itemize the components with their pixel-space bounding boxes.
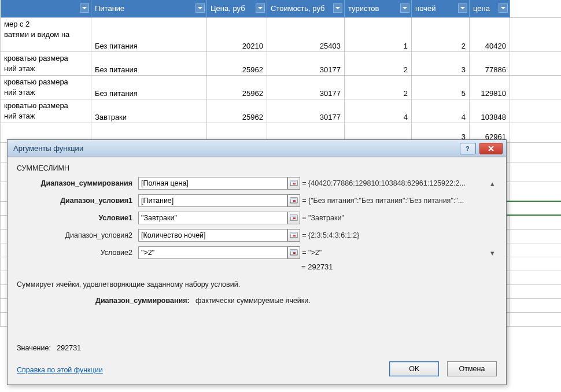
cell-desc[interactable]: кроватью размераний этаж — [1, 75, 91, 99]
cell-desc[interactable]: кроватью размераний этаж — [1, 99, 91, 123]
dialog-titlebar[interactable]: Аргументы функции ? — [8, 140, 506, 157]
table-row[interactable]: мер с 2ватями и видом на Без питания2021… — [1, 17, 562, 51]
filter-icon[interactable] — [195, 3, 205, 13]
cell-blank[interactable] — [510, 17, 562, 51]
cell-total[interactable]: 103848 — [470, 99, 510, 123]
arg-input[interactable] — [138, 212, 287, 224]
cell-cost[interactable]: 30177 — [267, 75, 345, 99]
cell-price[interactable]: 20210 — [207, 17, 267, 51]
cell-meal[interactable]: Без питания — [91, 51, 207, 75]
cell-total[interactable]: 40420 — [470, 17, 510, 51]
svg-rect-6 — [293, 200, 296, 202]
cell-nights[interactable]: 4 — [412, 99, 470, 123]
arg-preview: "Завтраки" — [308, 214, 488, 222]
col-label-4: туристов — [348, 4, 379, 13]
ok-button[interactable]: OK — [389, 361, 439, 376]
cancel-button[interactable]: Отмена — [447, 361, 497, 376]
svg-rect-14 — [290, 250, 297, 252]
filter-icon[interactable] — [80, 3, 89, 13]
arg-input[interactable] — [138, 194, 287, 207]
arg-preview: {"Без питания":"Без питания":"Без питани… — [308, 197, 488, 205]
col-label-5: ночей — [415, 4, 435, 13]
scroll-indicator[interactable]: ▴ — [488, 179, 497, 187]
cell-tourists[interactable]: 2 — [345, 75, 412, 99]
table-row[interactable]: кроватью размераний этажЗавтраки25962301… — [1, 99, 562, 123]
arg-preview: {2:3:5:4:3:6:1:2} — [308, 231, 488, 239]
function-arguments-dialog: Аргументы функции ? СУММЕСЛИМН Диапазон_… — [7, 139, 507, 385]
arg-input[interactable] — [138, 246, 287, 259]
svg-rect-2 — [290, 180, 297, 182]
cell-blank[interactable] — [510, 99, 562, 123]
range-picker-button[interactable] — [287, 229, 300, 242]
col-header-4[interactable]: туристов — [345, 0, 412, 17]
cell-tourists[interactable]: 4 — [345, 99, 412, 123]
arg-label: Диапазон_условия2 — [17, 231, 138, 239]
function-description: Суммирует ячейки, удовлетворяющие заданн… — [17, 280, 497, 289]
equals-sign: = — [300, 179, 308, 187]
svg-rect-5 — [290, 198, 297, 199]
cell-meal[interactable]: Завтраки — [91, 99, 207, 123]
col-label-3: Стоимость, руб — [271, 4, 324, 13]
arg-label: Условие1 — [17, 214, 138, 222]
cell-tourists[interactable]: 1 — [345, 17, 412, 51]
equals-sign: = — [300, 197, 308, 205]
filter-icon[interactable] — [256, 3, 265, 13]
range-picker-button[interactable] — [287, 177, 300, 190]
inline-result: = 292731 — [301, 262, 497, 271]
cell-meal[interactable]: Без питания — [91, 75, 207, 99]
col-header-2[interactable]: Цена, руб — [207, 0, 267, 17]
range-picker-button[interactable] — [287, 246, 300, 259]
cell-cost[interactable]: 30177 — [267, 99, 345, 123]
col-header-3[interactable]: Стоимость, руб — [267, 0, 345, 17]
table-row[interactable]: кроватью размераний этажБез питания25962… — [1, 75, 562, 99]
range-picker-button[interactable] — [287, 212, 300, 224]
cell-desc[interactable]: мер с 2ватями и видом на — [1, 17, 91, 51]
cell-price[interactable]: 25962 — [207, 99, 267, 123]
cell-nights[interactable]: 3 — [412, 51, 470, 75]
filter-icon[interactable] — [499, 3, 508, 13]
arg-preview: {40420:77886:129810:103848:62961:125922:… — [308, 179, 488, 187]
col-header-1[interactable]: Питание — [91, 0, 207, 17]
close-button[interactable] — [479, 143, 503, 154]
filter-icon[interactable] — [458, 3, 467, 13]
cell-total[interactable]: 129810 — [470, 75, 510, 99]
cell-blank[interactable] — [510, 75, 562, 99]
cell-desc[interactable]: кроватью размераний этаж — [1, 51, 91, 75]
svg-rect-12 — [293, 235, 296, 236]
dialog-title: Аргументы функции — [13, 144, 83, 153]
arg-input[interactable] — [138, 177, 287, 190]
svg-rect-9 — [293, 217, 296, 219]
filter-icon[interactable] — [333, 3, 342, 13]
cell-price[interactable]: 25962 — [207, 51, 267, 75]
cell-meal[interactable]: Без питания — [91, 17, 207, 51]
header-row: Питание Цена, руб Стоимость, руб туристо… — [1, 0, 562, 17]
table-row[interactable]: кроватью размераний этажБез питания25962… — [1, 51, 562, 75]
arg-preview: ">2" — [308, 249, 488, 257]
cell-nights[interactable]: 2 — [412, 17, 470, 51]
hint-label: Диапазон_суммирования: — [95, 297, 190, 305]
result-value-row: Значение: 292731 — [17, 344, 81, 352]
col-header-5[interactable]: ночей — [412, 0, 470, 17]
arguments-grid: Диапазон_суммирования={40420:77886:12981… — [17, 177, 497, 259]
col-header-blank[interactable] — [510, 0, 562, 17]
col-header-6[interactable]: цена — [470, 0, 510, 17]
help-link[interactable]: Справка по этой функции — [17, 366, 103, 374]
equals-sign: = — [300, 214, 308, 222]
filter-icon[interactable] — [400, 3, 409, 13]
cell-tourists[interactable]: 2 — [345, 51, 412, 75]
cell-nights[interactable]: 5 — [412, 75, 470, 99]
scroll-indicator[interactable]: ▾ — [488, 249, 497, 257]
value-number: 292731 — [57, 344, 81, 352]
col-header-0[interactable] — [1, 0, 91, 17]
col-label-2: Цена, руб — [211, 4, 245, 13]
cell-blank[interactable] — [510, 51, 562, 75]
hint-text: фактически суммируемые ячейки. — [195, 297, 311, 305]
cell-price[interactable]: 25962 — [207, 75, 267, 99]
cell-total[interactable]: 77886 — [470, 51, 510, 75]
function-name: СУММЕСЛИМН — [17, 164, 497, 172]
help-button[interactable]: ? — [460, 143, 476, 154]
range-picker-button[interactable] — [287, 194, 300, 207]
cell-cost[interactable]: 25403 — [267, 17, 345, 51]
arg-input[interactable] — [138, 229, 287, 242]
cell-cost[interactable]: 30177 — [267, 51, 345, 75]
